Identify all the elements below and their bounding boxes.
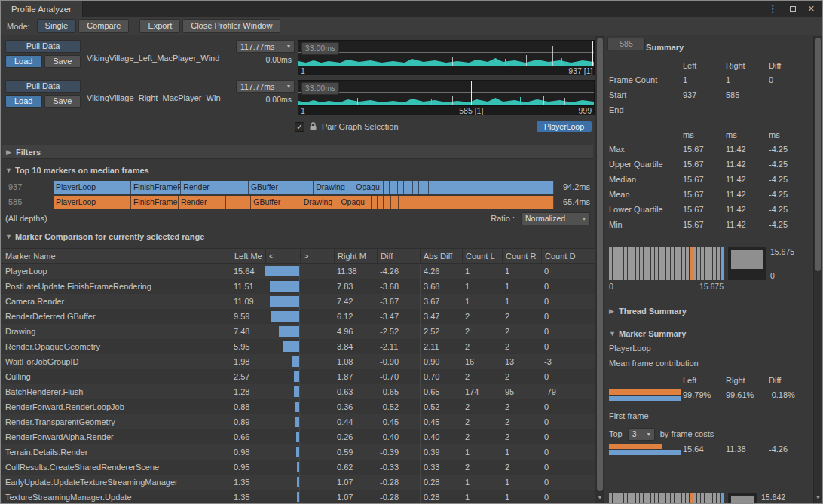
top10-segment[interactable]: Render (179, 196, 226, 209)
column-header[interactable]: Count L (462, 249, 502, 263)
table-row[interactable]: RenderForward.RenderLoopJob0.880.36-0.52… (1, 399, 595, 414)
load-button[interactable]: Load (5, 55, 42, 68)
pull-data-button[interactable]: Pull Data (5, 80, 81, 93)
cell-count-left: 1 (462, 267, 502, 276)
close-profiler-button[interactable]: Close Profiler Window (182, 19, 280, 33)
frame-time-graph-left[interactable]: 33.00ms (298, 40, 595, 75)
selected-frame-line[interactable] (592, 41, 593, 66)
graph-plot[interactable]: 33.00ms (298, 40, 595, 66)
column-header[interactable]: Left Me (231, 249, 265, 263)
filters-foldout[interactable]: ▶ Filters (2, 145, 593, 159)
table-row[interactable]: TextureStreamingManager.Update1.351.07-0… (1, 490, 595, 503)
column-header[interactable]: < (265, 249, 300, 263)
right-scrollbar-thumb[interactable] (815, 38, 821, 271)
column-header[interactable]: Abs Diff (420, 249, 462, 263)
export-button[interactable]: Export (139, 19, 180, 33)
first-frame-right-button[interactable]: 585 (607, 38, 645, 50)
comparison-table-header[interactable]: Marker NameLeft Me<>Right MDiffAbs DiffC… (1, 248, 595, 264)
top10-segment[interactable] (404, 181, 413, 194)
top10-segment[interactable]: FinishFrameR (131, 196, 179, 209)
top10-segment[interactable]: Drawing (301, 196, 339, 209)
scroll-down-arrow-icon[interactable]: ▼ (814, 494, 822, 502)
column-header[interactable]: > (300, 249, 334, 263)
close-icon[interactable]: ✕ (808, 4, 815, 14)
save-button[interactable]: Save (44, 95, 81, 108)
column-header[interactable]: Marker Name (1, 249, 231, 263)
lock-icon[interactable] (309, 122, 317, 131)
top10-segment[interactable] (391, 196, 399, 209)
top10-segment[interactable] (398, 181, 404, 194)
top10-segment[interactable]: FinishFrameR (131, 181, 181, 194)
top10-segment[interactable] (408, 196, 554, 209)
table-row[interactable]: RenderDeferred.GBuffer9.596.12-3.473.472… (1, 309, 595, 324)
table-row[interactable]: PostLateUpdate.FinishFrameRendering11.51… (1, 279, 595, 294)
pair-selection-checkbox[interactable]: ✓ (295, 122, 304, 132)
tab-profile-analyzer[interactable]: Profile Analyzer (1, 1, 83, 17)
maximize-icon[interactable] (790, 6, 796, 12)
compare-mode-button[interactable]: Compare (78, 19, 129, 33)
range-dropdown[interactable]: 117.77ms ▾ (236, 40, 295, 53)
top10-segment[interactable]: PlayerLoop (54, 196, 131, 209)
column-header[interactable]: Count R (502, 249, 541, 263)
load-button[interactable]: Load (5, 95, 42, 108)
save-button[interactable]: Save (44, 55, 81, 68)
graph-plot[interactable]: 33.00ms (298, 80, 595, 105)
marker-histogram (609, 493, 724, 503)
cell-left-median: 11.09 (231, 297, 265, 306)
top10-segment[interactable] (399, 196, 408, 209)
selected-marker-chip[interactable]: PlayerLoop (537, 121, 592, 132)
top10-segment[interactable] (429, 181, 554, 194)
table-row[interactable]: PlayerLoop15.6411.38-4.264.26110 (1, 264, 595, 279)
table-row[interactable]: BatchRenderer.Flush1.280.63-0.650.651749… (1, 384, 595, 399)
top10-segment[interactable]: GBuffer (249, 181, 314, 194)
table-row[interactable]: Render.OpaqueGeometry5.953.84-2.112.1122… (1, 339, 595, 354)
top10-segment[interactable] (243, 181, 249, 194)
histogram-bar (678, 493, 681, 503)
top10-segment[interactable] (384, 196, 391, 209)
ratio-dropdown[interactable]: Normalized ▾ (521, 212, 590, 225)
top10-segment[interactable] (419, 181, 429, 194)
table-row[interactable]: EarlyUpdate.UpdateTextureStreamingManage… (1, 475, 595, 490)
top10-segment[interactable] (366, 196, 372, 209)
left-scrollbar[interactable]: ▼ (595, 36, 604, 503)
histogram-bar (659, 493, 662, 503)
menu-icon[interactable]: ⋮ (768, 4, 778, 14)
left-scrollbar-thumb[interactable] (597, 38, 603, 491)
marker-summary-foldout[interactable]: ▼ Marker Summary (609, 327, 811, 341)
top10-segment[interactable] (413, 181, 419, 194)
histogram-bar (659, 247, 662, 280)
table-row[interactable]: Camera.Render11.097.42-3.673.67110 (1, 294, 595, 309)
column-header[interactable]: Count D (541, 249, 594, 263)
top10-segment[interactable]: GBuffer (251, 196, 301, 209)
top10-segment[interactable] (378, 196, 384, 209)
column-header[interactable]: Right M (334, 249, 377, 263)
thread-summary-foldout[interactable]: ▶ Thread Summary (609, 304, 811, 318)
table-row[interactable]: RenderForwardAlpha.Render0.660.26-0.400.… (1, 429, 595, 444)
scroll-down-arrow-icon[interactable]: ▼ (595, 494, 604, 502)
top10-segment[interactable]: Opaqu (338, 196, 366, 209)
top10-segment[interactable] (384, 181, 390, 194)
top10-segment[interactable]: Drawing (314, 181, 353, 194)
frame-time-graph-right[interactable]: 33.00ms (298, 80, 595, 115)
top10-segment[interactable] (390, 181, 398, 194)
top10-segment[interactable]: Opaqu (353, 181, 384, 194)
top10-segment[interactable]: PlayerLoop (54, 181, 131, 194)
range-dropdown[interactable]: 117.77ms ▾ (236, 80, 295, 93)
table-row[interactable]: Render.TransparentGeometry0.890.44-0.450… (1, 414, 595, 429)
top10-segment[interactable]: Render (181, 181, 243, 194)
single-mode-button[interactable]: Single (37, 19, 77, 33)
top10-segment[interactable] (226, 196, 251, 209)
table-row[interactable]: CullResults.CreateSharedRendererScene0.9… (1, 460, 595, 475)
table-row[interactable]: Culling2.571.87-0.700.70220 (1, 369, 595, 384)
table-row[interactable]: WaitForJobGroupID1.981.08-0.900.901613-3 (1, 354, 595, 369)
column-header[interactable]: Diff (377, 249, 420, 263)
comparison-foldout[interactable]: ▼ Marker Comparison for currently select… (1, 230, 595, 243)
top-n-dropdown[interactable]: 3 ▾ (628, 428, 655, 441)
pull-data-button[interactable]: Pull Data (5, 40, 81, 53)
table-row[interactable]: Drawing7.484.96-2.522.52220 (1, 324, 595, 339)
right-scrollbar[interactable]: ▼ (813, 36, 822, 503)
top10-segment[interactable] (372, 196, 378, 209)
selected-frame-line[interactable] (471, 81, 472, 105)
table-row[interactable]: Terrain.Details.Render0.980.59-0.390.391… (1, 444, 595, 460)
top10-foldout[interactable]: ▼ Top 10 markers on median frames (1, 163, 595, 177)
